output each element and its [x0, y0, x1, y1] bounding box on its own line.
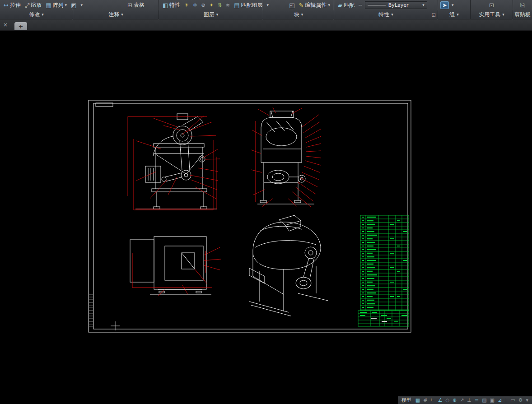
new-tab-button[interactable]: + [14, 22, 27, 30]
ribbon-panel-block: ◰ ✎ 编辑属性 ▾ 块 ▾ [263, 0, 334, 19]
edit-attributes-button[interactable]: ✎ 编辑属性 ▾ [298, 1, 331, 9]
scale-button[interactable]: ⤢ 缩放 [23, 1, 43, 9]
lineweight-icon[interactable]: ▨ [482, 398, 486, 403]
panel-title-annotate[interactable]: 注释 ▾ [73, 10, 159, 19]
layers-tools-row: ◧ 特性 ☀ ❄ ⊘ ✦ ⇅ ≋ [159, 0, 263, 10]
file-tab-bar: × + [0, 19, 532, 31]
grid-icon[interactable]: ▦ [415, 398, 420, 403]
chevron-down-icon: ▾ [422, 3, 425, 7]
linetype-value: ByLayer [388, 2, 409, 8]
osnap-icon[interactable]: ⊕ [453, 398, 457, 403]
layer-isolate-button[interactable]: ✦ [208, 2, 215, 8]
close-icon[interactable]: × [2, 21, 9, 28]
panel-label-utilities: 实用工具 [479, 11, 500, 19]
panel-label-modify: 修改 [29, 11, 40, 19]
layer-freeze-button[interactable]: ❄ [191, 2, 198, 8]
group-more-button[interactable]: ▾ [450, 3, 455, 8]
panel-title-clipboard[interactable]: 剪贴板 [513, 10, 532, 19]
polar-icon[interactable]: ∠ [438, 398, 443, 403]
status-separator [506, 398, 506, 403]
layer-unisolate-button[interactable]: ⇅ [216, 2, 223, 8]
layer-walk-button[interactable]: ≋ [224, 2, 231, 8]
quickprops-icon[interactable]: ⊿ [498, 398, 502, 403]
scale-label: 缩放 [31, 1, 42, 9]
ribbon-panel-clipboard: ⎘ 剪贴板 [513, 0, 532, 19]
calculator-button[interactable]: ⊡ [488, 2, 495, 9]
chevron-down-icon: ▾ [502, 13, 504, 17]
panel-title-properties[interactable]: 特性 ▾ ◲ [334, 10, 438, 19]
status-bar-tray: 模型 ▦ # ∟ ∠ ◇ ⊕ ↗ ⊥ ≡ ▨ ▣ ⊿ ▭ ⚙ ▾ [398, 396, 532, 404]
scale-icon: ⤢ [25, 2, 29, 8]
autocad-window: ↔ 拉伸 ⤢ 缩放 ▦ 阵列 ▾ ◩ ▾ [0, 0, 532, 404]
table-label: 表格 [134, 1, 145, 9]
insert-block-button[interactable]: ◰ [288, 2, 296, 9]
stretch-button[interactable]: ↔ 拉伸 [2, 1, 22, 9]
ducs-icon[interactable]: ⊥ [467, 398, 471, 403]
dialog-launcher-icon[interactable]: ◲ [432, 12, 436, 17]
layer-on-icon: ☀ [184, 3, 189, 8]
layer-on-button[interactable]: ☀ [183, 2, 190, 8]
linetype-dash-icon: ╌ [359, 2, 362, 8]
tray-menu-icon[interactable]: ▾ [526, 398, 528, 403]
transparency-icon[interactable]: ▣ [490, 398, 495, 403]
match-properties-button[interactable]: ▰ 匹配 [336, 1, 356, 9]
array-button[interactable]: ▦ 阵列 ▾ [44, 1, 68, 9]
match-layer-button[interactable]: ▤ 匹配图层 [233, 1, 264, 9]
layer-isolate-icon: ✦ [210, 3, 214, 8]
ortho-icon[interactable]: ∟ [430, 398, 434, 403]
group-select-icon: ➤ [442, 2, 447, 8]
ribbon-panel-group: ➤ ▾ 组 ▾ [438, 0, 471, 19]
rear-view [130, 237, 211, 294]
panel-title-block[interactable]: 块 ▾ [263, 10, 334, 19]
layer-properties-label: 特性 [169, 1, 180, 9]
drawing-canvas[interactable] [0, 31, 532, 396]
otrack-icon[interactable]: ↗ [460, 398, 464, 403]
chevron-down-icon: ▾ [452, 3, 454, 7]
calculator-icon: ⊡ [489, 2, 494, 8]
title-block [358, 311, 409, 326]
utilities-tools-row: ⊡ [471, 0, 513, 10]
array-label: 阵列 [53, 1, 64, 9]
panel-title-modify[interactable]: 修改 ▾ [0, 10, 73, 19]
linetype-dash-button[interactable]: ╌ [357, 2, 364, 9]
linetype-select[interactable]: ByLayer ▾ [365, 1, 427, 9]
block-tools-row: ◰ ✎ 编辑属性 ▾ [263, 0, 334, 10]
panel-title-layers[interactable]: 图层 ▾ [159, 10, 263, 19]
layer-lock-icon: ⊘ [201, 3, 205, 8]
front-view [135, 114, 217, 209]
settings-gear-icon[interactable]: ⚙ [518, 398, 523, 403]
layer-walk-icon: ≋ [226, 3, 230, 8]
ribbon-panel-properties: ▰ 匹配 ╌ ByLayer ▾ 特性 ▾ ◲ [334, 0, 438, 19]
panel-label-layers: 图层 [204, 11, 215, 19]
stretch-icon: ↔ [4, 2, 9, 8]
table-icon: ⊞ [127, 2, 132, 8]
linetype-preview-icon [368, 5, 386, 5]
insert-block-icon: ◰ [289, 2, 294, 8]
paste-button[interactable]: ⎘ [519, 2, 526, 9]
dyninput-icon[interactable]: ≡ [475, 398, 479, 403]
snap-icon[interactable]: # [423, 398, 427, 403]
annotation-icon[interactable]: ▭ [510, 398, 515, 403]
chevron-down-icon: ▾ [42, 13, 44, 17]
side-view [257, 111, 314, 204]
ribbon-panel-layers: ◧ 特性 ☀ ❄ ⊘ ✦ ⇅ ≋ [159, 0, 263, 19]
layer-lock-button[interactable]: ⊘ [200, 2, 206, 8]
chevron-down-icon: ▾ [216, 13, 219, 17]
panel-title-group[interactable]: 组 ▾ [438, 10, 470, 19]
model-tab[interactable]: 模型 [401, 397, 411, 404]
infer-icon[interactable]: ◇ [445, 398, 449, 403]
panel-title-utilities[interactable]: 实用工具 ▾ [471, 10, 513, 19]
match-properties-label: 匹配 [344, 1, 355, 9]
edit-attributes-label: 编辑属性 [305, 1, 327, 9]
panel-label-annotate: 注释 [108, 11, 119, 19]
group-tools-row: ➤ ▾ [438, 0, 470, 10]
layer-unisolate-icon: ⇅ [218, 3, 222, 8]
drawing-border [89, 100, 411, 332]
group-select-button[interactable]: ➤ [440, 1, 449, 9]
clipboard-tools-row: ⎘ [513, 0, 532, 10]
modify-tools-row: ↔ 拉伸 ⤢ 缩放 ▦ 阵列 ▾ ◩ ▾ [0, 0, 73, 10]
annotate-tools-row: ⊞ 表格 [73, 0, 159, 10]
match-properties-icon: ▰ [338, 2, 342, 8]
layer-properties-button[interactable]: ◧ 特性 [161, 1, 182, 9]
table-button[interactable]: ⊞ 表格 [126, 1, 146, 9]
